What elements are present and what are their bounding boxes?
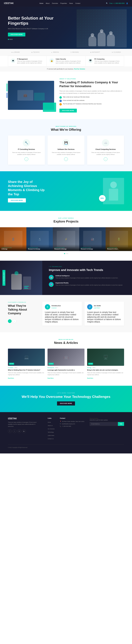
it-management-icon: 💻 [11,58,16,63]
social-twitter[interactable]: t [13,429,16,433]
newsletter-submit[interactable]: Sub [118,422,124,426]
project-dot-1[interactable] [64,253,65,254]
news-cat-3: Strategy [87,367,91,368]
footer-links-title: Links [48,418,54,419]
reviewer-name-2: Jon Smith [94,305,101,306]
project-title-3: Research & Energy [54,248,78,250]
social-linkedin[interactable]: in [18,429,21,433]
news-date-1: 26 Feb [9,363,14,365]
footer-link-about[interactable]: About Us [48,424,54,426]
footer-brand: IZEETAK There are many variations of pas… [8,418,42,441]
footer-link-services[interactable]: Our Services [48,428,54,430]
footer-link-home[interactable]: Home [48,421,54,423]
testimonials-prev[interactable]: ← [8,319,12,323]
nav-properties[interactable]: Properties [60,2,67,4]
hero-content: Better Solution at Your Fingertips We're… [8,16,61,40]
offer-cards: 🔧 IT Consulting Services There are many … [8,136,124,165]
hero-dot-2[interactable] [10,39,11,40]
newsletter-title: Newsletter [90,418,124,420]
hero-dot-1[interactable] [8,39,9,40]
about-desc: There are many variations of passages of… [60,90,124,94]
nav-about[interactable]: About [46,2,50,4]
project-title-2: Research & Energy [28,248,51,250]
hero-dots [8,39,61,40]
project-dot-3[interactable] [67,253,68,254]
pc-computing-icon: 🖥️ [88,58,93,63]
cta-banner-button[interactable]: DISCOVER MORE [8,198,26,202]
testimonials-title: What They're Talking About Company [8,304,34,315]
project-card-1[interactable]: 👤 Construction & Energy [0,227,26,251]
project-label-3: Construction Research & Energy [53,244,79,251]
news-desc-3: There are many variations of passages of… [87,372,124,376]
search-icon[interactable]: 🔍 [106,2,108,4]
copyright-text: © 2021 Copyright All Right Reserved [8,447,27,448]
news-image-3: 🖥️ 10 Apr [87,348,124,366]
nav-contact[interactable]: Contact [75,2,80,4]
it-management-content: IT Management There are many variations … [17,58,44,64]
nav-right: 🔍 Free: + 1 800 888 6555 👤 [106,2,128,4]
testimonials-next[interactable]: → [13,319,16,323]
projects-title: Explore Projects [8,220,124,223]
footer-social: f t in ▶ [8,429,42,433]
read-more-3[interactable]: Read More [87,378,93,379]
read-more-1[interactable]: Read More [8,378,14,379]
project-cat-2: Construction [28,247,51,248]
tech-title: Improve and Innovate with Tech Trends [49,268,126,272]
hero-desc: We're Only Mission to do the Best IT Sof… [8,28,61,30]
cloud-icon: ☁️ [102,139,109,146]
user-icon[interactable]: 👤 [126,2,128,4]
project-card-4[interactable]: 🏭 Construction Research & Energy [79,227,106,251]
pc-computing-content: PC Computing There are many variations o… [94,58,121,64]
hero-dot-3[interactable] [11,39,12,40]
check-item-3: ✓ The Put all kinds of IT Solutions & Se… [60,103,124,106]
nav-home[interactable]: Home [40,2,43,4]
reviewer-name-1: Christina Eve [52,305,61,306]
project-card-5[interactable]: 🔋 Construction Research & Ener... [106,227,132,251]
cyber-security-title: Cyber Security [56,58,83,60]
phone-icon: 📞 [60,426,61,427]
footer-logo: IZEETAK [8,418,42,420]
news-tag: Read In Our Blog [8,339,124,340]
footer-phone: 📞 +1 800 000 9999 [60,426,84,427]
nav-overview[interactable]: Overview [52,2,58,4]
project-dot-2[interactable] [66,253,66,254]
check-text-2: It has survived not only five centuries [63,100,84,101]
footer-link-contact[interactable]: Contact Us [48,437,54,440]
nav-news[interactable]: News [69,2,73,4]
ar-title: Augmented Reality [56,282,123,284]
address-text: 89 Pham Street, Broklyn, New York 10016 [62,421,84,422]
service-cta-link[interactable]: Find Our Solution [74,68,85,70]
ai-icon: 🤖 [49,275,54,280]
testimonial-avatar-2: J Jon Smith Lead Client [87,304,122,310]
news-meta-3: Strategy Admin [87,367,124,368]
footer-contact-col: Contact 📍 89 Pham Street, Broklyn, New Y… [60,418,84,441]
hero-section: Better Solution at Your Fingertips We're… [0,6,132,49]
offer-header: What Range of Services What We're Offeri… [8,126,124,132]
cloud-arrow[interactable]: → [104,157,108,161]
project-label-5: Construction Research & Ener... [106,244,132,251]
hero-cta-button[interactable]: DISCOVER MORE [8,32,25,36]
cta-person-image: 5000+ [103,178,124,204]
consulting-arrow[interactable]: → [24,157,28,161]
read-more-2[interactable]: Read More [48,378,54,379]
final-cta-button[interactable]: DISCOVER MORE [57,402,75,406]
projects-tag: Our Latest Works [8,218,124,219]
newsletter-input[interactable] [90,422,118,426]
news-card-1: 💻 26 Feb IT Solution Admin What Is Holdi… [8,348,45,379]
software-arrow[interactable]: → [64,157,68,161]
footer-link-tech[interactable]: Technology [48,431,54,433]
footer-contact-title: Contact [60,418,84,419]
check-icon-2: ✓ [60,100,62,102]
project-card-3[interactable]: ⚡ Construction Research & Energy [53,227,79,251]
consulting-title: IT Consulting Services [11,148,42,150]
social-facebook[interactable]: f [8,429,12,433]
social-youtube[interactable]: ▶ [22,429,26,433]
tech-item-ar: 🔮 Augmented Reality There are many varia… [49,282,126,287]
project-card-2[interactable]: 🔬 Construction Research & Energy [26,227,53,251]
projects-section: Our Latest Works Explore Projects 👤 Cons… [0,211,132,261]
footer-link-news[interactable]: Latest News [48,434,54,436]
testimonial-text-2: Lorem ipsum is simply free text dolor si… [87,311,122,323]
service-card-pc-computing: 🖥️ PC Computing There are many variation… [86,56,124,66]
brand-4: ⬡ Nexgen [70,52,79,53]
about-cta-button[interactable]: DISCOVER MORE [60,109,77,112]
